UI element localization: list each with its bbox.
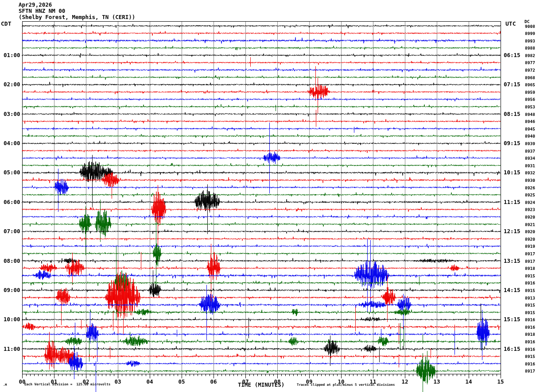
right-time-label: 11:15 <box>504 199 520 205</box>
dc-value: 8993 <box>522 39 535 43</box>
right-time-label: 16:15 <box>504 346 520 352</box>
dc-value: 8920 <box>522 230 535 234</box>
dc-value: 8982 <box>522 54 535 58</box>
right-time-label: 10:15 <box>504 169 520 175</box>
dc-value: 8956 <box>522 97 535 101</box>
dc-value: 8917 <box>522 252 535 256</box>
dc-value: 8977 <box>522 61 535 65</box>
dc-value: 8946 <box>522 119 535 123</box>
right-time-label: 09:15 <box>504 140 520 146</box>
dc-value: 8924 <box>522 200 535 204</box>
left-time-label: 01:00 <box>4 52 20 58</box>
dc-value: 8968 <box>522 76 535 80</box>
right-time-label: 06:15 <box>504 52 520 58</box>
dc-value: 8988 <box>522 46 535 50</box>
x-tick-label: 03 <box>112 379 124 384</box>
left-time-label: 04:00 <box>4 140 20 146</box>
dc-value: 8916 <box>522 347 535 351</box>
left-time-label: 07:00 <box>4 228 20 234</box>
dc-value: 8965 <box>522 83 535 87</box>
x-axis-title: TIME (MINUTES) <box>238 381 284 388</box>
right-time-label: 07:15 <box>504 81 520 87</box>
dc-value: 8917 <box>522 369 535 373</box>
dc-value: 8919 <box>522 244 535 248</box>
left-time-label: 02:00 <box>4 81 20 87</box>
dc-value: 8916 <box>522 325 535 329</box>
right-time-label: 13:15 <box>504 258 520 264</box>
dc-value: 8937 <box>522 149 535 153</box>
dc-value: 8916 <box>522 281 535 285</box>
dc-value: 8932 <box>522 171 535 175</box>
header-station: SFTN HNZ NM 00 <box>19 8 65 14</box>
right-time-label: 15:15 <box>504 316 520 322</box>
left-time-label: 03:00 <box>4 111 20 117</box>
dc-value: 8940 <box>522 134 535 138</box>
dc-value: 8972 <box>522 68 535 72</box>
x-tick-label: 12 <box>399 379 411 384</box>
x-tick-label: 06 <box>207 379 220 384</box>
x-tick-label: 14 <box>462 379 475 384</box>
footer-scale-note: Each Vertical Division = 125.00 microvol… <box>24 382 110 386</box>
left-time-label: 08:00 <box>4 258 20 264</box>
dc-value: 8999 <box>522 31 535 35</box>
dc-value: 9008 <box>522 24 535 28</box>
dc-value: 8918 <box>522 266 535 270</box>
dc-value: 8917 <box>522 259 535 263</box>
webicorder-screen: Apr29,2026 SFTN HNZ NM 00 (Shelby Forest… <box>0 0 536 392</box>
dc-value: 8925 <box>522 193 535 197</box>
dc-value: 8934 <box>522 156 535 160</box>
dc-value: 8916 <box>522 340 535 344</box>
dc-value: 8931 <box>522 164 535 168</box>
left-axis-title: CDT <box>1 20 11 27</box>
header-date: Apr29,2026 <box>19 2 52 8</box>
dc-value: 8948 <box>522 112 535 116</box>
x-tick-label: 05 <box>175 379 188 384</box>
header-location: (Shelby Forest, Memphis, TN (CERI)) <box>19 14 135 20</box>
left-time-label: 10:00 <box>4 316 20 322</box>
dc-value: 8915 <box>522 274 535 278</box>
right-time-label: 08:15 <box>504 111 520 117</box>
left-time-label: 06:00 <box>4 199 20 205</box>
dc-value: 8915 <box>522 354 535 358</box>
x-tick-label: 04 <box>144 379 156 384</box>
dc-value: 8916 <box>522 362 535 366</box>
dc-value: 8923 <box>522 208 535 211</box>
dc-value: 8930 <box>522 178 535 182</box>
right-axis-title: UTC <box>505 20 516 27</box>
right-time-label: 12:15 <box>504 228 520 234</box>
left-time-label: 09:00 <box>4 287 20 293</box>
dc-value: 8913 <box>522 296 535 300</box>
footer-clip-note: Traces clipped at plus/minus 5 vertical … <box>297 383 395 387</box>
dc-value: 8939 <box>522 142 535 146</box>
dc-value: 8915 <box>522 311 535 315</box>
dc-value: 8916 <box>522 318 535 322</box>
dc-value: 8920 <box>522 237 535 241</box>
dc-value: 8959 <box>522 90 535 94</box>
dc-value: 8953 <box>522 105 535 109</box>
left-time-label: 05:00 <box>4 169 20 175</box>
dc-value: 8920 <box>522 215 535 219</box>
x-tick-label: 13 <box>431 379 443 384</box>
x-tick-label: 15 <box>494 379 507 384</box>
right-time-label: 14:15 <box>504 287 520 293</box>
dc-value: 8918 <box>522 332 535 336</box>
dc-value: 8915 <box>522 303 535 307</box>
dc-value: 8926 <box>522 186 535 190</box>
footer-corner-mark: .M <box>3 383 7 387</box>
seismogram-plot <box>0 0 536 392</box>
left-time-label: 11:00 <box>4 346 20 352</box>
dc-column-title: DC <box>524 19 529 23</box>
dc-value: 8921 <box>522 223 535 227</box>
dc-value: 8915 <box>522 288 535 292</box>
dc-value: 8945 <box>522 127 535 131</box>
